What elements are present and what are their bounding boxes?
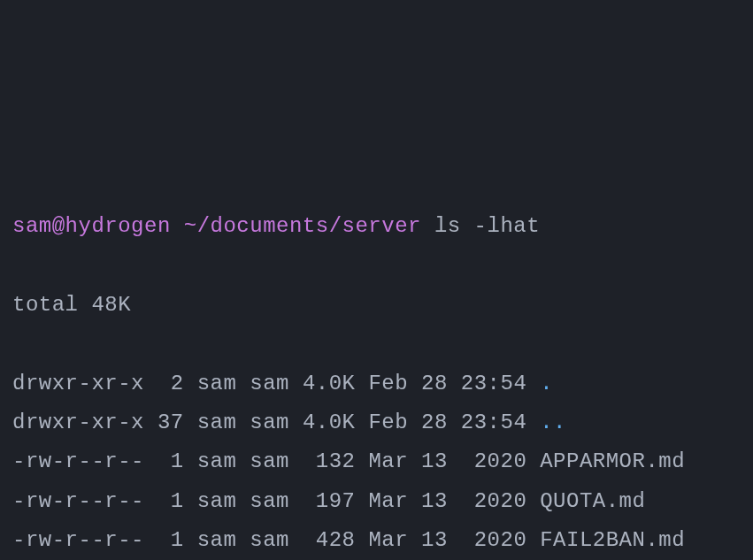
file-listing: drwxr-xr-x 2 sam sam 4.0K Feb 28 23:54 .…: [12, 364, 741, 560]
time-or-year: 2020: [461, 449, 527, 473]
permissions: -rw-r--r--: [12, 528, 144, 552]
list-item: drwxr-xr-x 37 sam sam 4.0K Feb 28 23:54 …: [12, 403, 741, 442]
size: 4.0K: [303, 372, 356, 395]
permissions: -rw-r--r--: [12, 489, 144, 513]
group: sam: [250, 372, 289, 395]
group: sam: [250, 449, 289, 473]
owner: sam: [197, 372, 237, 395]
total-line: total 48K: [12, 286, 741, 325]
time-or-year: 23:54: [461, 410, 527, 434]
month: Mar: [368, 489, 408, 513]
file-name: ..: [540, 410, 566, 434]
prompt-user-host: sam@hydrogen: [12, 214, 171, 238]
link-count: 1: [158, 449, 184, 473]
prompt-path: ~/documents/server: [184, 214, 421, 238]
size: 428: [303, 528, 356, 552]
list-item: -rw-r--r-- 1 sam sam 197 Mar 13 2020 QUO…: [12, 482, 741, 521]
time-or-year: 23:54: [461, 372, 527, 395]
file-name: QUOTA.md: [540, 489, 645, 513]
size: 4.0K: [303, 410, 356, 434]
month: Feb: [368, 410, 408, 434]
list-item: drwxr-xr-x 2 sam sam 4.0K Feb 28 23:54 .: [12, 364, 741, 403]
owner: sam: [197, 489, 237, 513]
owner: sam: [197, 528, 237, 552]
permissions: -rw-r--r--: [12, 449, 144, 473]
day: 28: [421, 410, 448, 434]
owner: sam: [197, 449, 237, 473]
file-name: FAIL2BAN.md: [540, 528, 685, 552]
day: 28: [421, 372, 448, 395]
size: 132: [303, 449, 356, 473]
day: 13: [421, 449, 448, 473]
link-count: 1: [158, 489, 184, 513]
permissions: drwxr-xr-x: [12, 410, 144, 434]
terminal-output: sam@hydrogen ~/documents/server ls -lhat…: [12, 168, 741, 560]
prompt-line: sam@hydrogen ~/documents/server ls -lhat: [12, 207, 741, 246]
list-item: -rw-r--r-- 1 sam sam 132 Mar 13 2020 APP…: [12, 442, 741, 481]
day: 13: [421, 489, 448, 513]
time-or-year: 2020: [461, 489, 527, 513]
month: Mar: [368, 449, 408, 473]
permissions: drwxr-xr-x: [12, 372, 144, 395]
list-item: -rw-r--r-- 1 sam sam 428 Mar 13 2020 FAI…: [12, 521, 741, 560]
file-name: APPARMOR.md: [540, 449, 685, 473]
link-count: 2: [158, 372, 184, 395]
owner: sam: [197, 410, 237, 434]
link-count: 37: [158, 410, 184, 434]
group: sam: [250, 528, 289, 552]
link-count: 1: [158, 528, 184, 552]
size: 197: [303, 489, 356, 513]
file-name: .: [540, 372, 553, 395]
month: Feb: [368, 372, 408, 395]
time-or-year: 2020: [461, 528, 527, 552]
group: sam: [250, 410, 289, 434]
command: ls -lhat: [434, 214, 540, 238]
month: Mar: [368, 528, 408, 552]
group: sam: [250, 489, 289, 513]
day: 13: [421, 528, 448, 552]
